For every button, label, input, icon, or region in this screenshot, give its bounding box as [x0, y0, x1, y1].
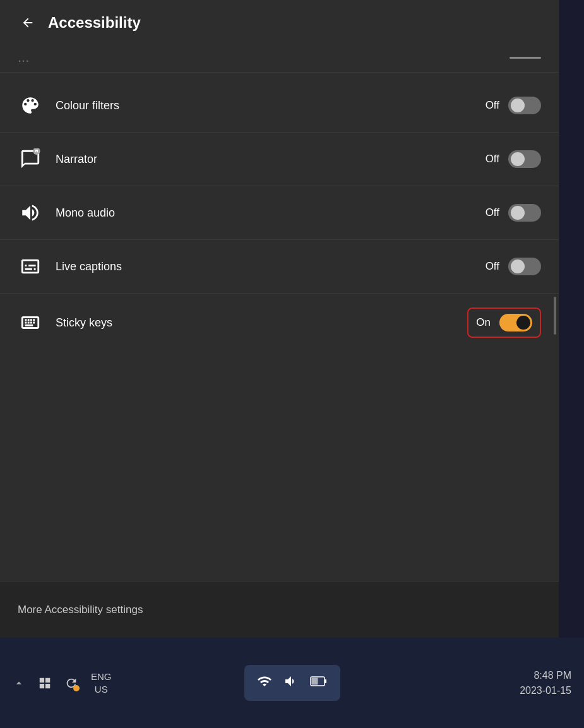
narrator-control: Off [486, 150, 541, 168]
live-captions-label: Live captions [56, 260, 122, 273]
taskbar-left: ENG US [13, 671, 244, 695]
toggle-knob [511, 98, 525, 112]
setting-left: Mono audio [18, 200, 115, 225]
settings-list: Colour filters Off Narrato [0, 73, 559, 358]
audio-icon [18, 200, 43, 225]
mono-audio-control: Off [486, 204, 541, 222]
setting-left: Sticky keys [18, 310, 112, 335]
mono-audio-toggle[interactable] [508, 204, 541, 222]
scrollbar-track[interactable] [552, 44, 556, 575]
panel-header: Accessibility [0, 0, 559, 43]
colour-filters-status: Off [486, 99, 499, 112]
live-captions-toggle[interactable] [508, 258, 541, 275]
scrollbar-thumb[interactable] [554, 297, 556, 335]
more-settings-footer[interactable]: More Accessibility settings [0, 581, 559, 638]
battery-icon[interactable] [310, 674, 328, 692]
truncated-label: ... [18, 49, 29, 66]
refresh-notification-dot [73, 685, 80, 691]
setting-left: Narrator [18, 146, 97, 172]
setting-left: Live captions [18, 254, 122, 279]
sticky-keys-control[interactable]: On [467, 307, 541, 338]
sticky-keys-label: Sticky keys [56, 316, 112, 330]
setting-sticky-keys: Sticky keys On [0, 294, 559, 352]
svg-rect-3 [311, 678, 318, 685]
truncated-previous-item: ... [0, 43, 559, 73]
narrator-status: Off [486, 153, 499, 165]
truncated-line [510, 57, 541, 59]
setting-colour-filters: Colour filters Off [0, 79, 559, 132]
live-captions-control: Off [486, 258, 541, 275]
system-tray[interactable] [244, 665, 340, 701]
mono-audio-label: Mono audio [56, 206, 115, 220]
sticky-keys-status: On [476, 316, 491, 329]
page-title: Accessibility [48, 14, 141, 32]
taskbar-language[interactable]: ENG US [91, 671, 112, 695]
more-settings-label: More Accessibility settings [18, 604, 143, 616]
narrator-label: Narrator [56, 153, 97, 166]
taskbar-chevron-icon[interactable] [13, 677, 25, 689]
palette-icon [18, 93, 43, 118]
setting-narrator: Narrator Off [0, 133, 559, 186]
live-captions-status: Off [486, 260, 499, 273]
setting-mono-audio: Mono audio Off [0, 186, 559, 239]
captions-icon [18, 254, 43, 279]
clock-time: 8:48 PM [520, 668, 571, 683]
narrator-toggle[interactable] [508, 150, 541, 168]
colour-filters-label: Colour filters [56, 99, 119, 112]
taskbar-clock[interactable]: 8:48 PM 2023-01-15 [520, 668, 571, 698]
taskbar-center [244, 665, 340, 701]
taskbar-apps-icon[interactable] [38, 676, 52, 690]
taskbar-lang-line2: US [91, 683, 112, 696]
keyboard-icon [18, 310, 43, 335]
volume-icon[interactable] [283, 674, 299, 692]
clock-date: 2023-01-15 [520, 683, 571, 698]
setting-left: Colour filters [18, 93, 119, 118]
taskbar-lang-line1: ENG [91, 671, 112, 683]
svg-rect-2 [325, 679, 326, 683]
toggle-knob [511, 152, 525, 166]
taskbar: ENG US [0, 638, 584, 728]
sticky-keys-toggle[interactable] [499, 314, 532, 331]
wifi-icon[interactable] [257, 674, 272, 692]
setting-live-captions: Live captions Off [0, 240, 559, 293]
toggle-knob [511, 260, 525, 273]
toggle-knob [511, 206, 525, 220]
colour-filters-control: Off [486, 97, 541, 114]
narrator-icon [18, 146, 43, 172]
back-button[interactable] [18, 13, 38, 33]
taskbar-refresh-icon[interactable] [64, 676, 78, 690]
taskbar-right: 8:48 PM 2023-01-15 [340, 668, 572, 698]
accessibility-panel: Accessibility ... Colour filters Off [0, 0, 559, 638]
mono-audio-status: Off [486, 206, 499, 219]
toggle-knob [516, 316, 530, 330]
colour-filters-toggle[interactable] [508, 97, 541, 114]
